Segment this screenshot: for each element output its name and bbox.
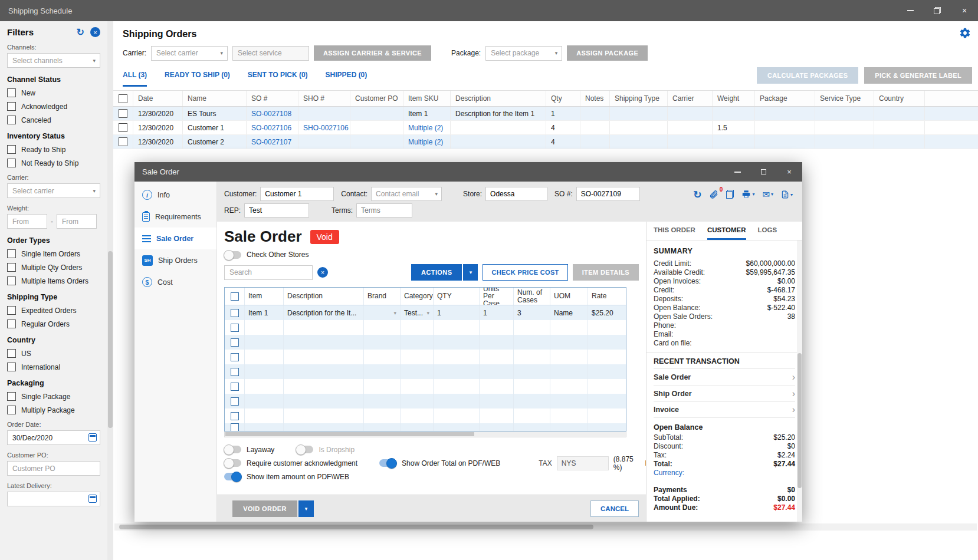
filter-option-regular-orders[interactable]: Regular Orders	[7, 319, 100, 328]
items-horizontal-scrollbar[interactable]	[224, 431, 626, 437]
item-row-empty[interactable]	[225, 379, 626, 394]
terms-input[interactable]	[356, 203, 412, 218]
clear-search-icon[interactable]: ×	[317, 267, 328, 278]
require-customer-acknowledgment-toggle[interactable]	[224, 459, 241, 467]
checkbox[interactable]	[7, 392, 16, 401]
checkbox[interactable]	[7, 102, 16, 111]
recent-sale-order-link[interactable]: Sale Order›	[654, 368, 795, 385]
calendar-icon[interactable]	[88, 495, 97, 503]
row-checkbox[interactable]	[119, 123, 127, 132]
row-checkbox[interactable]	[231, 309, 239, 317]
row-checkbox[interactable]	[231, 324, 239, 332]
checkbox[interactable]	[7, 276, 16, 285]
horizontal-scrollbar[interactable]	[114, 523, 977, 531]
row-checkbox[interactable]	[231, 412, 239, 420]
tab-this-order[interactable]: THIS ORDER	[654, 222, 695, 240]
item-sku-link[interactable]: Multiple (2)	[403, 121, 451, 134]
table-row[interactable]: 12/30/2020 Customer 2 SO-0027107 Multipl…	[113, 135, 978, 149]
filter-option-expedited-orders[interactable]: Expedited Orders	[7, 306, 100, 315]
row-checkbox[interactable]	[231, 368, 239, 376]
sidebar-scrollbar-thumb[interactable]	[108, 251, 113, 428]
row-checkbox[interactable]	[231, 383, 239, 391]
rep-input[interactable]	[244, 203, 309, 218]
row-checkbox[interactable]	[231, 423, 239, 431]
row-checkbox[interactable]	[231, 353, 239, 361]
row-checkbox[interactable]	[119, 109, 127, 118]
filter-option-canceled[interactable]: Canceled	[7, 116, 100, 124]
carrier-assign-select[interactable]: Select carrier ▾	[151, 46, 228, 61]
assign-carrier-service-button[interactable]: ASSIGN CARRIER & SERVICE	[314, 45, 431, 61]
filter-option-new[interactable]: New	[7, 88, 100, 97]
print-button[interactable]: ▾	[741, 190, 754, 199]
horizontal-scrollbar-thumb[interactable]	[119, 525, 593, 529]
panel-scrollbar[interactable]	[797, 241, 802, 522]
order-date-input[interactable]	[7, 430, 100, 445]
item-row-empty[interactable]	[225, 320, 626, 335]
checkbox[interactable]	[7, 406, 16, 414]
tab-shipped[interactable]: SHIPPED (0)	[326, 71, 367, 87]
check-other-stores-toggle[interactable]	[224, 251, 241, 259]
filter-option-not-ready-to-ship[interactable]: Not Ready to Ship	[7, 159, 100, 167]
select-all-items-checkbox[interactable]	[231, 292, 239, 301]
modal-maximize-button[interactable]	[750, 162, 776, 182]
item-row-empty[interactable]	[225, 364, 626, 379]
row-checkbox[interactable]	[231, 338, 239, 347]
close-filters-icon[interactable]: ×	[90, 27, 100, 37]
layaway-toggle[interactable]	[224, 446, 241, 453]
item-row-empty[interactable]	[225, 423, 626, 431]
filter-option-single-package[interactable]: Single Package	[7, 392, 100, 401]
recent-ship-order-link[interactable]: Ship Order›	[654, 385, 795, 401]
actions-dropdown-button[interactable]: ▾	[463, 264, 478, 281]
store-input[interactable]	[485, 187, 547, 201]
restore-button[interactable]	[924, 0, 951, 21]
calculate-packages-button[interactable]: CALCULATE PACKAGES	[757, 67, 858, 84]
checkbox[interactable]	[7, 263, 16, 272]
item-sku-link[interactable]: Multiple (2)	[403, 135, 451, 149]
tab-sent-to-pick[interactable]: SENT TO PICK (0)	[248, 71, 308, 87]
filter-option-multiple-qty-orders[interactable]: Multiple Qty Orders	[7, 263, 100, 272]
tab-ready-to-ship[interactable]: READY TO SHIP (0)	[165, 71, 230, 87]
nav-item-info[interactable]: i Info	[134, 184, 216, 206]
weight-to-input[interactable]	[57, 214, 97, 229]
channels-select[interactable]: Select channels ▾	[7, 53, 100, 68]
sidebar-scrollbar[interactable]	[107, 21, 113, 560]
calendar-icon[interactable]	[88, 433, 97, 442]
brand-select[interactable]: ▾	[364, 305, 401, 320]
panel-scrollbar-thumb[interactable]	[798, 353, 802, 488]
checkbox[interactable]	[7, 159, 16, 167]
checkbox[interactable]	[7, 249, 16, 258]
package-select[interactable]: Select package ▾	[485, 46, 562, 61]
contact-select[interactable]: Contact email ▾	[371, 187, 442, 201]
checkbox[interactable]	[7, 116, 16, 124]
cancel-button[interactable]: CANCEL	[590, 500, 639, 517]
filter-option-ready-to-ship[interactable]: Ready to Ship	[7, 145, 100, 154]
recent-invoice-link[interactable]: Invoice›	[654, 401, 795, 418]
nav-item-sale-order[interactable]: Sale Order	[134, 228, 216, 249]
item-row-empty[interactable]	[225, 350, 626, 364]
item-row-empty[interactable]	[225, 409, 626, 423]
tab-logs[interactable]: LOGS	[758, 222, 777, 240]
so-number-link[interactable]: SO-0027106	[247, 121, 298, 134]
checkbox[interactable]	[7, 88, 16, 97]
show-item-amount-toggle[interactable]	[224, 473, 241, 480]
nav-item-ship-orders[interactable]: SH Ship Orders	[134, 249, 216, 271]
filter-option-multiply-package[interactable]: Multiply Package	[7, 406, 100, 414]
is-dropship-toggle[interactable]	[296, 446, 313, 453]
refresh-icon[interactable]: ↻	[693, 190, 701, 200]
export-document-button[interactable]: ▾	[781, 190, 793, 199]
table-row[interactable]: 12/30/2020 ES Tours SO-0027108 Item 1 De…	[113, 107, 978, 121]
attachments-button[interactable]: 0	[709, 190, 718, 199]
assign-package-button[interactable]: ASSIGN PACKAGE	[567, 45, 648, 61]
row-checkbox[interactable]	[119, 137, 127, 146]
pick-generate-label-button[interactable]: PICK & GENERATE LABEL	[864, 67, 972, 84]
latest-delivery-input[interactable]	[7, 492, 100, 506]
refresh-filters-icon[interactable]: ↻	[77, 28, 84, 37]
checkbox[interactable]	[7, 319, 16, 328]
nav-item-cost[interactable]: $ Cost	[134, 271, 216, 293]
items-scrollbar-thumb[interactable]	[225, 432, 474, 436]
modal-close-button[interactable]: ×	[776, 162, 802, 182]
item-row-empty[interactable]	[225, 394, 626, 409]
modal-minimize-button[interactable]	[724, 162, 750, 182]
search-input[interactable]	[224, 265, 313, 280]
currency-link[interactable]: Currency:	[654, 469, 684, 477]
